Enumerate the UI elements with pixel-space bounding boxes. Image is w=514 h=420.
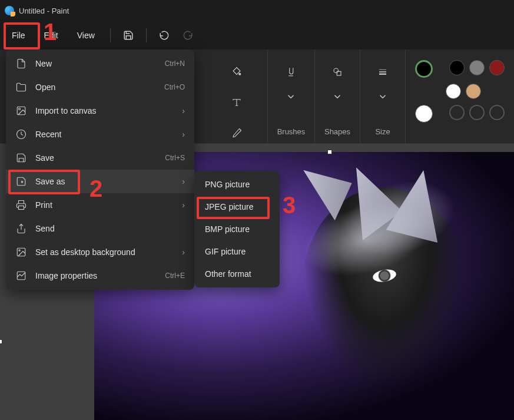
chevron-right-icon: › — [182, 106, 185, 115]
save-as-other-item[interactable]: Other format — [194, 263, 280, 285]
save-as-submenu: PNG picture JPEG picture BMP picture GIF… — [194, 171, 280, 287]
menu-label: Open — [35, 82, 156, 92]
svg-point-9 — [19, 108, 21, 110]
titlebar: Untitled - Paint — [0, 0, 514, 21]
properties-icon — [15, 270, 27, 282]
color-swatch-gray[interactable] — [469, 60, 485, 75]
color-swatch-selected[interactable] — [415, 60, 433, 78]
resize-handle[interactable] — [0, 339, 2, 344]
color-picker-tool-icon[interactable] — [225, 121, 248, 145]
shapes-tool-icon[interactable] — [326, 60, 349, 84]
file-properties-item[interactable]: Image properties Ctrl+E — [6, 264, 194, 287]
menu-shortcut: Ctrl+N — [165, 59, 185, 68]
file-new-item[interactable]: New Ctrl+N — [6, 52, 194, 75]
paint-app-icon — [5, 6, 14, 15]
menu-shortcut: Ctrl+S — [165, 154, 185, 162]
fill-tool-icon[interactable] — [225, 60, 248, 84]
clock-icon — [15, 128, 27, 140]
menu-label: Image properties — [35, 271, 157, 280]
save-as-png-item[interactable]: PNG picture — [194, 173, 280, 196]
menu-label: Recent — [35, 130, 174, 139]
share-icon — [15, 223, 27, 234]
window-title: Untitled - Paint — [19, 6, 69, 15]
menu-label: Set as desktop background — [35, 247, 174, 257]
shapes-group: Shapes — [315, 49, 360, 143]
chevron-down-icon[interactable] — [371, 91, 394, 102]
menu-label: Import to canvas — [35, 106, 174, 115]
print-icon — [15, 199, 27, 211]
resize-handle[interactable] — [327, 150, 332, 154]
brush-tool-icon[interactable] — [279, 60, 303, 84]
tools-group: Tools — [206, 49, 268, 143]
chevron-right-icon: › — [182, 177, 185, 186]
text-tool-icon[interactable] — [225, 91, 248, 114]
svg-rect-11 — [19, 206, 24, 210]
save-icon — [15, 152, 27, 164]
folder-icon — [15, 81, 27, 93]
menu-divider — [110, 28, 111, 42]
shapes-label: Shapes — [324, 127, 350, 136]
chevron-right-icon: › — [182, 247, 185, 257]
menubar: File Edit View — [0, 21, 514, 49]
menu-label: Save as — [35, 177, 174, 186]
chevron-right-icon: › — [182, 200, 185, 210]
file-set-bg-item[interactable]: Set as desktop background › — [6, 240, 194, 264]
file-save-item[interactable]: Save Ctrl+S — [6, 146, 194, 170]
menu-label: New — [35, 59, 157, 68]
svg-point-14 — [19, 250, 20, 251]
colors-group — [406, 49, 514, 143]
menu-label: Save — [35, 153, 157, 163]
color-swatch-empty[interactable] — [449, 105, 465, 120]
file-dropdown-menu: New Ctrl+N Open Ctrl+O Import to canvas … — [6, 49, 194, 290]
color-swatch-black[interactable] — [449, 60, 465, 75]
menu-label: Send — [35, 224, 185, 233]
save-as-bmp-item[interactable]: BMP picture — [194, 218, 280, 240]
chevron-down-icon[interactable] — [279, 91, 303, 102]
file-print-item[interactable]: Print › — [6, 193, 194, 217]
save-as-gif-item[interactable]: GIF picture — [194, 240, 280, 263]
file-open-item[interactable]: Open Ctrl+O — [6, 75, 194, 99]
chevron-down-icon[interactable] — [326, 91, 349, 102]
svg-point-3 — [334, 68, 339, 73]
edit-menu[interactable]: Edit — [36, 27, 67, 44]
color-swatch-empty[interactable] — [469, 105, 485, 120]
color-swatch-tan[interactable] — [466, 84, 481, 99]
size-tool-icon[interactable] — [371, 60, 394, 84]
menu-shortcut: Ctrl+O — [164, 83, 185, 91]
file-send-item[interactable]: Send — [6, 217, 194, 240]
brushes-group: Brushes — [268, 49, 315, 143]
save-icon-button[interactable] — [118, 25, 139, 46]
color-swatch-white2[interactable] — [415, 105, 433, 123]
menu-divider — [146, 28, 147, 42]
document-icon — [15, 58, 27, 70]
size-group: Size — [360, 49, 406, 143]
chevron-right-icon: › — [182, 130, 185, 139]
file-import-item[interactable]: Import to canvas › — [6, 99, 194, 123]
save-as-icon — [15, 176, 27, 187]
import-icon — [15, 105, 27, 117]
svg-point-0 — [239, 73, 241, 75]
file-recent-item[interactable]: Recent › — [6, 123, 194, 146]
color-swatch-empty[interactable] — [489, 105, 505, 120]
brushes-label: Brushes — [277, 127, 306, 136]
size-label: Size — [375, 127, 390, 136]
desktop-icon — [15, 246, 27, 258]
undo-button[interactable] — [154, 25, 175, 46]
color-swatch-red[interactable] — [489, 60, 505, 75]
redo-button[interactable] — [177, 25, 198, 46]
file-save-as-item[interactable]: Save as › — [6, 170, 194, 193]
menu-shortcut: Ctrl+E — [165, 272, 185, 280]
file-menu[interactable]: File — [4, 27, 34, 44]
view-menu[interactable]: View — [69, 27, 103, 44]
color-swatch-white[interactable] — [446, 84, 461, 99]
menu-label: Print — [35, 200, 174, 210]
save-as-jpeg-item[interactable]: JPEG picture — [194, 196, 280, 218]
